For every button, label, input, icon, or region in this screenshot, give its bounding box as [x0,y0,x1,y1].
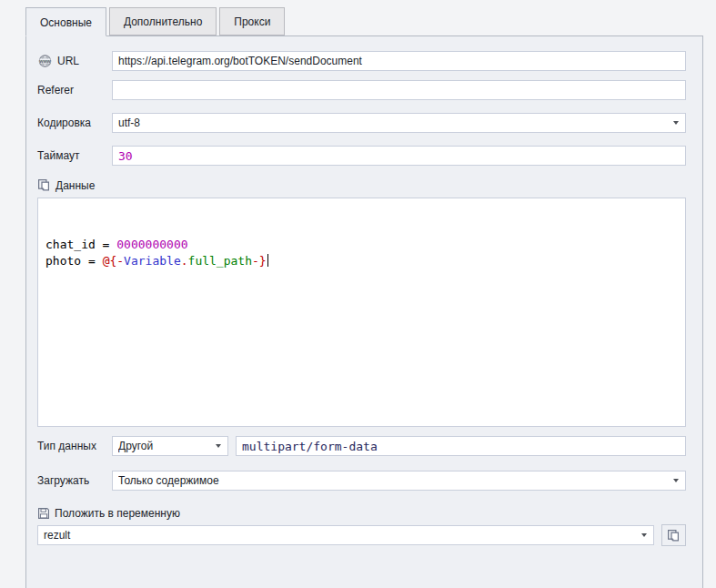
data-type-select[interactable]: Другой [112,436,228,456]
encoding-select[interactable]: utf-8 [112,113,686,133]
load-mode-value: Только содержимое [118,474,667,487]
data-type-label: Тип данных [37,440,96,452]
result-section-label: Положить в переменную [55,507,180,520]
copy-pages-icon [667,529,681,542]
tab-main[interactable]: Основные [25,7,106,36]
tab-additional[interactable]: Дополнительно [109,7,217,35]
result-variable-value: rezult [44,529,635,542]
encoding-row: Кодировка utf-8 [37,113,686,133]
referer-label: Referer [37,84,74,96]
http-request-dialog: Основные Дополнительно Прокси www [0,0,716,588]
chevron-down-icon [641,533,647,537]
encoding-label: Кодировка [37,117,91,129]
load-mode-row: Загружать Только содержимое [37,471,686,491]
data-type-row: Тип данных Другой [37,436,686,456]
load-mode-label: Загружать [37,474,89,487]
encoding-value: utf-8 [118,117,667,129]
data-section-label: Данные [55,179,95,192]
data-type-value: Другой [118,440,209,452]
globe-www-icon: www [37,54,53,68]
chevron-down-icon [673,121,679,125]
svg-text:www: www [38,58,51,64]
result-row: rezult [37,524,686,546]
save-floppy-icon [37,507,50,520]
data-textarea[interactable]: chat_id = 0000000000photo = @{-Variable.… [37,198,686,427]
url-label: URL [57,55,79,67]
timeout-input[interactable] [112,146,686,166]
url-textarea[interactable]: https://api.telegram.org/botTOKEN/sendDo… [112,51,686,71]
url-row: www URL https://api.telegram.org/botTOKE… [37,51,686,71]
data-code: chat_id = 0000000000photo = @{-Variable.… [45,237,683,269]
tab-proxy[interactable]: Прокси [219,7,285,35]
referer-input[interactable] [112,80,686,100]
copy-result-button[interactable] [661,524,686,546]
result-section-header: Положить в переменную [37,507,686,520]
tab-panel-main: www URL https://api.telegram.org/botTOKE… [25,35,703,588]
data-section-header: Данные [37,178,686,192]
timeout-row: Таймаут [37,146,686,166]
load-mode-select[interactable]: Только содержимое [112,471,686,491]
tab-bar: Основные Дополнительно Прокси [25,7,716,35]
chevron-down-icon [673,479,679,482]
referer-row: Referer [37,80,686,100]
result-variable-select[interactable]: rezult [37,525,654,545]
content-type-input[interactable] [236,436,686,456]
chevron-down-icon [216,444,221,448]
timeout-label: Таймаут [37,149,79,162]
copy-pages-icon [37,178,51,192]
